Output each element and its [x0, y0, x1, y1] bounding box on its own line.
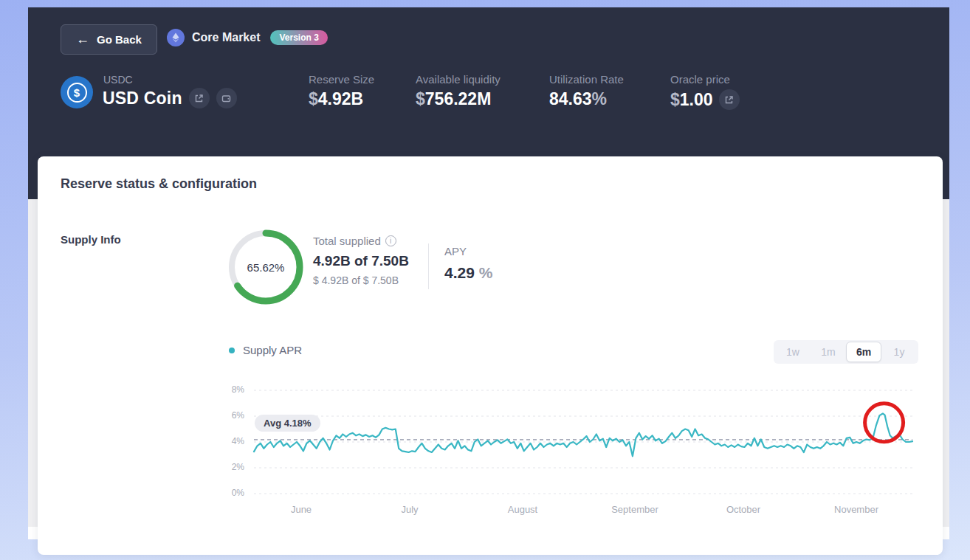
apy-value: 4.29 [444, 264, 475, 281]
oracle-external-link-button[interactable] [719, 89, 740, 110]
stat-available-liquidity: Available liquidity $756.22M [416, 73, 501, 109]
total-supplied-value: 4.92B of 7.50B [313, 253, 409, 269]
legend-label: Supply APR [243, 344, 302, 356]
month-label: November [834, 504, 878, 515]
supply-donut-chart: 65.62% [227, 229, 304, 305]
stat-label: Utilization Rate [549, 73, 624, 86]
token-name: USD Coin [103, 89, 182, 108]
donut-percent-label: 65.62% [227, 229, 304, 305]
range-button-1y[interactable]: 1y [881, 342, 917, 362]
stat-label: Available liquidity [416, 73, 501, 86]
month-label: June [291, 504, 312, 515]
token-name-row: USD Coin [103, 88, 237, 108]
stat-value: 1.00 [680, 90, 713, 109]
version-badge: Version 3 [270, 30, 327, 45]
y-tick-label: 4% [218, 436, 244, 446]
currency-prefix: $ [309, 89, 318, 108]
month-label: July [401, 504, 418, 515]
legend-dot-icon [229, 348, 235, 353]
info-icon[interactable]: i [385, 235, 396, 246]
month-label: October [726, 504, 760, 515]
currency-prefix: $ [416, 89, 425, 108]
stat-reserve-size: Reserve Size $4.92B [309, 73, 374, 109]
chart-legend: Supply APR [229, 344, 302, 356]
left-arrow-icon: ← [76, 32, 89, 47]
average-pill: Avg 4.18% [255, 415, 320, 432]
token-symbol: USDC [103, 74, 133, 86]
market-name: Core Market [192, 31, 260, 44]
supply-apr-chart: 0%2%4%6%8% JuneJulyAugustSeptemberOctobe… [218, 383, 919, 523]
apy-percent-suffix: % [479, 264, 493, 281]
apy-block: APY 4.29 % [444, 245, 492, 282]
market-row: Core Market Version 3 [167, 29, 328, 46]
month-label: September [611, 504, 658, 515]
y-tick-label: 2% [218, 462, 244, 472]
currency-prefix: $ [670, 90, 680, 109]
percent-suffix: % [592, 89, 607, 108]
go-back-button[interactable]: ← Go Back [61, 24, 157, 55]
vertical-divider [428, 243, 429, 289]
stat-value: 84.63 [549, 89, 592, 108]
total-supplied-usd: $ 4.92B of $ 7.50B [313, 274, 409, 286]
apr-line-chart-svg [251, 383, 915, 497]
go-back-label: Go Back [97, 33, 142, 46]
y-tick-label: 0% [218, 488, 244, 498]
ethereum-icon [167, 29, 185, 46]
total-supplied-block: Total supplied i 4.92B of 7.50B $ 4.92B … [313, 235, 409, 286]
stat-oracle-price: Oracle price $1.00 [670, 73, 740, 110]
dollar-sign-icon: $ [67, 83, 87, 103]
range-button-1m[interactable]: 1m [811, 342, 846, 362]
stat-label: Oracle price [670, 73, 740, 86]
card-title: Reserve status & configuration [61, 176, 257, 192]
y-tick-label: 8% [218, 384, 244, 395]
stat-utilization-rate: Utilization Rate 84.63% [549, 73, 624, 109]
wallet-button[interactable] [216, 88, 237, 108]
month-label: August [508, 504, 537, 515]
stat-value: 756.22M [425, 89, 492, 108]
time-range-selector: 1w1m6m1y [774, 340, 918, 364]
supply-info-label: Supply Info [61, 233, 121, 246]
apy-label: APY [444, 245, 492, 257]
range-button-6m[interactable]: 6m [846, 342, 881, 362]
usdc-token-icon: $ [61, 76, 93, 108]
total-supplied-label: Total supplied [313, 235, 381, 247]
page: ← Go Back Core Market Version 3 $ USDC U… [0, 0, 970, 560]
stat-value: 4.92B [318, 89, 363, 108]
range-button-1w[interactable]: 1w [775, 342, 811, 362]
y-tick-label: 6% [218, 410, 244, 421]
stat-label: Reserve Size [309, 73, 374, 86]
external-link-button[interactable] [189, 88, 210, 108]
